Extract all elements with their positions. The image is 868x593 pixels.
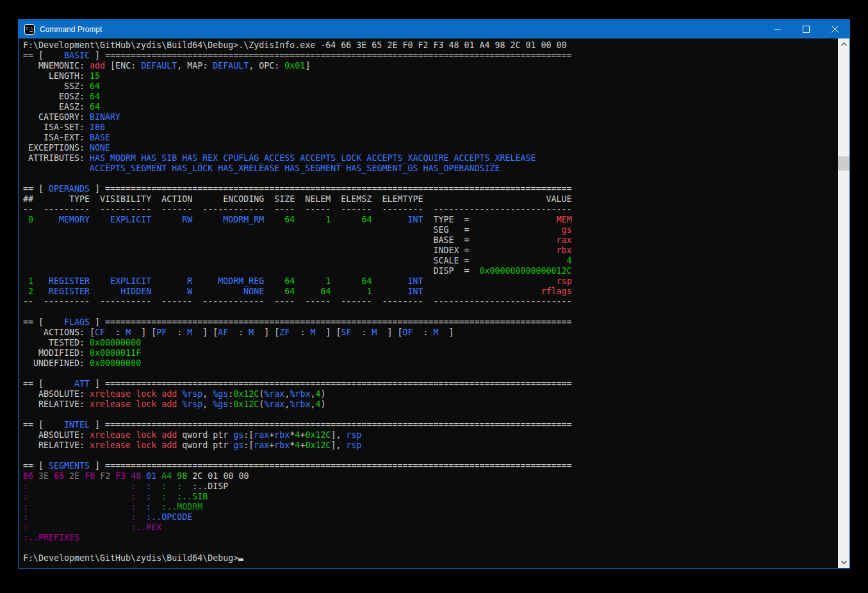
text-segment: %rax xyxy=(264,399,284,409)
console-line: BASE = rax xyxy=(23,235,838,246)
text-segment xyxy=(372,276,382,286)
text-segment: OF xyxy=(403,328,413,337)
minimize-button[interactable] xyxy=(763,20,792,38)
text-segment: 64 xyxy=(341,215,372,224)
text-segment xyxy=(177,399,182,409)
console-output[interactable]: F:\Development\GitHub\zydis\Build64\Debu… xyxy=(19,38,838,568)
close-button[interactable] xyxy=(821,20,849,38)
text-segment: gs xyxy=(233,440,243,450)
text-segment xyxy=(167,492,177,501)
console-line: CATEGORY: BINARY xyxy=(23,112,838,122)
text-segment: ] ======================================… xyxy=(90,379,572,388)
text-segment: TYPE = xyxy=(423,215,557,224)
scrollbar-thumb[interactable] xyxy=(838,156,849,171)
text-segment xyxy=(192,276,202,286)
text-segment: : xyxy=(146,492,151,501)
window-body: F:\Development\GitHub\zydis\Build64\Debu… xyxy=(19,38,849,568)
console-line: ## TYPE VISIBILITY ACTION ENCODING SIZE … xyxy=(23,194,838,205)
text-segment: EOSZ: xyxy=(23,92,90,101)
scrollbar[interactable] xyxy=(838,38,849,568)
text-segment: : xyxy=(23,522,28,532)
text-segment xyxy=(423,287,541,296)
text-segment: ABSOLUTE: xyxy=(23,430,90,440)
text-segment: 0x01 xyxy=(284,61,305,71)
text-segment xyxy=(136,492,146,501)
console-line: EXCEPTIONS: NONE xyxy=(23,143,838,153)
text-segment xyxy=(79,471,85,481)
text-segment: ) xyxy=(320,399,325,409)
text-segment: R xyxy=(161,276,192,286)
text-segment: : xyxy=(351,328,372,337)
text-segment: HIDDEN xyxy=(100,287,151,296)
text-segment: xrelease lock add xyxy=(90,440,177,450)
console-line: == [ SEGMENTS ] ========================… xyxy=(23,461,838,471)
text-segment: , MAP: xyxy=(177,61,213,71)
text-segment: rbx xyxy=(557,246,572,255)
scroll-up-button[interactable] xyxy=(838,38,849,50)
text-segment: 64 xyxy=(90,102,100,112)
console-line: == [ BASIC ] ===========================… xyxy=(23,51,838,61)
console-line: :..PREFIXES xyxy=(23,533,838,543)
console-line xyxy=(23,174,838,184)
text-segment xyxy=(33,471,38,481)
text-segment: ] [ xyxy=(192,328,218,337)
text-segment: gs xyxy=(233,430,243,440)
text-segment: 64 xyxy=(274,215,295,224)
console-line: -- --------- ---------- ------ ---------… xyxy=(23,205,838,215)
text-segment: : xyxy=(413,328,434,337)
console-line: LENGTH: 15 xyxy=(23,71,838,81)
text-segment: NONE xyxy=(90,143,110,153)
text-segment: 48 xyxy=(131,471,141,481)
text-segment: INT xyxy=(382,287,423,296)
text-segment xyxy=(49,471,54,481)
text-segment xyxy=(151,481,161,491)
text-segment: EXPLICIT xyxy=(100,215,151,224)
text-segment: 2E xyxy=(69,471,79,481)
console-line xyxy=(23,307,838,317)
text-segment: , xyxy=(202,389,213,399)
text-segment: : xyxy=(146,502,151,512)
text-segment: : xyxy=(161,481,167,491)
console-line: == [ INTEL ] ===========================… xyxy=(23,420,838,430)
console-line: 66 3E 65 2E F0 F2 F3 48 01 A4 98 2C 01 0… xyxy=(23,471,838,481)
text-segment: %gs xyxy=(213,389,228,399)
text-segment xyxy=(136,481,146,491)
scroll-down-button[interactable] xyxy=(838,556,849,568)
text-segment xyxy=(90,287,100,296)
cmd-icon: C:\ xyxy=(24,24,35,35)
text-segment xyxy=(28,522,131,532)
text-segment: ] [ xyxy=(315,328,341,337)
maximize-button[interactable] xyxy=(792,20,821,38)
console-line: 0 MEMORY EXPLICIT RW MODRM_RM 64 1 64 IN… xyxy=(23,215,838,225)
text-segment: :[ xyxy=(243,430,254,440)
text-segment: qword ptr xyxy=(177,440,233,450)
text-segment: -- --------- ---------- ------ ---------… xyxy=(23,297,572,306)
text-segment: %rsp xyxy=(182,389,202,399)
text-segment: EASZ: xyxy=(23,102,90,112)
text-segment: 1 xyxy=(305,215,331,224)
text-segment: 64 xyxy=(90,81,100,91)
text-segment: 65 xyxy=(54,471,64,481)
title-bar[interactable]: C:\ Command Prompt xyxy=(19,20,849,38)
text-segment: LENGTH: xyxy=(23,71,90,81)
text-segment: F0 xyxy=(85,471,95,481)
text-segment: 64 xyxy=(90,92,100,101)
console-line: : :..REX xyxy=(23,522,838,533)
text-segment: rflags xyxy=(541,287,572,296)
text-segment: :..REX xyxy=(131,522,161,532)
text-segment: BASE xyxy=(90,133,110,142)
text-segment xyxy=(331,215,341,224)
text-segment xyxy=(110,471,115,481)
text-segment xyxy=(136,502,146,512)
text-segment: 0x00000000 xyxy=(90,358,141,368)
console-line: : : : :..MODRM xyxy=(23,502,838,512)
text-segment xyxy=(264,276,274,286)
text-segment: RW xyxy=(161,215,192,224)
text-segment: FLAGS xyxy=(49,317,90,327)
text-segment: REGISTER xyxy=(44,287,90,296)
text-segment: SSZ: xyxy=(23,81,90,91)
text-segment: ] xyxy=(305,61,310,71)
text-segment: HAS_MODRM HAS_SIB HAS_REX CPUFLAG_ACCESS… xyxy=(90,153,536,163)
text-segment: == [ xyxy=(23,51,49,60)
text-segment: 1 xyxy=(341,287,372,296)
